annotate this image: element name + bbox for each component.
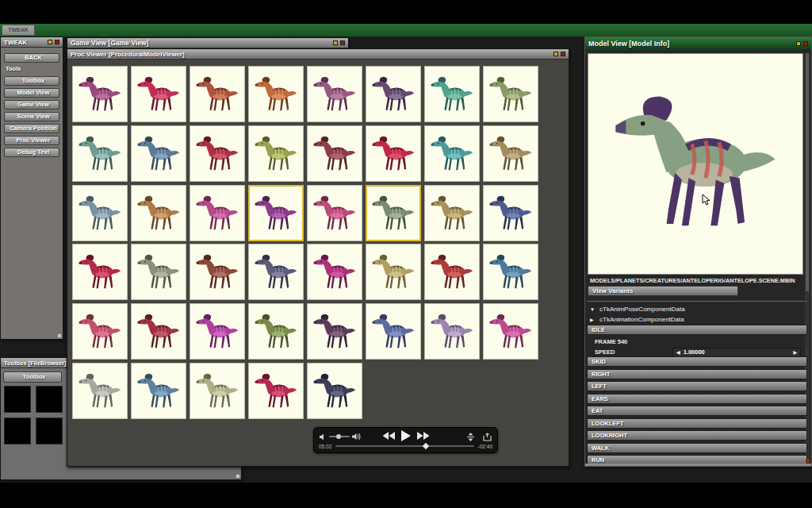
model-view-titlebar[interactable]: Model View [Model Info] [585, 37, 811, 50]
creature-cell-r1c6[interactable] [366, 66, 421, 122]
creature-cell-r4c3[interactable] [190, 244, 245, 300]
minimize-icon[interactable] [553, 52, 558, 56]
sidebar-item-debug-text[interactable]: Debug Text [4, 148, 59, 157]
scrollbar-thumb[interactable] [806, 53, 809, 291]
creature-cell-r6c3[interactable] [190, 363, 245, 419]
minimize-icon[interactable] [48, 40, 52, 44]
creature-cell-r3c3[interactable] [190, 185, 245, 241]
creature-cell-r2c1[interactable] [72, 125, 128, 182]
animation-ears-bar[interactable]: EARS [587, 394, 807, 404]
creature-cell-r5c2[interactable] [131, 303, 186, 360]
model-view-panel: Model View [Model Info] MODELS/PLANETS/C… [584, 37, 812, 467]
increment-icon[interactable]: ▶ [790, 349, 800, 355]
animation-idle-bar[interactable]: IDLE [587, 325, 807, 335]
rewind-icon[interactable] [382, 432, 395, 440]
resize-grip[interactable] [236, 475, 239, 478]
animation-lookleft-bar[interactable]: LOOKLEFT [587, 418, 807, 429]
file-thumbnail[interactable] [4, 386, 31, 413]
creature-cell-r5c6[interactable] [366, 303, 421, 360]
creature-cell-r6c5[interactable] [307, 363, 362, 419]
close-icon[interactable] [55, 40, 59, 44]
creature-cell-r3c8[interactable] [483, 185, 538, 241]
creature-cell-r6c2[interactable] [131, 363, 186, 419]
creature-cell-r2c7[interactable] [424, 125, 480, 182]
proc-viewer-titlebar[interactable]: Proc Viewer [ProceduralModelViewer] [67, 49, 569, 60]
creature-cell-r6c1[interactable] [72, 363, 128, 419]
component-ctkanimationcomponentdata[interactable]: ▶cTkAnimationComponentData [590, 314, 806, 325]
creature-cell-r5c1[interactable] [72, 303, 128, 360]
creature-cell-r2c6[interactable] [366, 125, 421, 182]
seek-thumb[interactable] [422, 442, 428, 448]
animation-lookright-bar[interactable]: LOOKRIGHT [587, 430, 807, 441]
animation-walk-bar[interactable]: WALK [587, 443, 807, 453]
sidebar-item-model-view[interactable]: Model View [4, 88, 59, 98]
minimize-icon[interactable] [333, 40, 338, 45]
creature-cell-r4c7[interactable] [424, 244, 480, 300]
game-view-titlebar[interactable]: Game View [Game View] [67, 38, 348, 48]
sidebar-item-toolbox[interactable]: Toolbox [4, 76, 59, 86]
animation-eat-bar[interactable]: EAT [587, 406, 807, 416]
creature-cell-r3c5[interactable] [307, 185, 362, 241]
creature-cell-r5c4[interactable] [248, 303, 304, 360]
file-thumbnail[interactable] [4, 418, 31, 444]
minimize-icon[interactable] [796, 41, 801, 46]
creature-cell-r3c4[interactable] [248, 185, 304, 241]
resize-grip[interactable] [58, 334, 61, 337]
toolbox-button[interactable]: Toolbox [3, 371, 62, 383]
creature-cell-r2c8[interactable] [483, 125, 538, 182]
component-list: ▼cTkAnimPoseComponentData▶cTkAnimationCo… [590, 304, 806, 325]
creature-cell-r2c2[interactable] [131, 125, 186, 182]
sidebar-item-game-view[interactable]: Game View [4, 100, 59, 110]
resize-grip[interactable] [806, 459, 810, 463]
model-3d-viewport[interactable] [588, 53, 803, 275]
creature-cell-r5c8[interactable] [483, 303, 538, 360]
creature-cell-r3c1[interactable] [72, 185, 128, 241]
chevron-down-icon[interactable]: ▼ [590, 307, 596, 312]
creature-cell-r4c2[interactable] [131, 244, 186, 300]
creature-cell-r1c7[interactable] [424, 66, 480, 122]
creature-cell-r1c8[interactable] [483, 66, 538, 122]
creature-cell-r4c5[interactable] [307, 244, 362, 300]
creature-cell-r3c6[interactable] [366, 185, 421, 241]
creature-cell-r4c4[interactable] [248, 244, 304, 300]
creature-cell-r4c6[interactable] [366, 244, 421, 300]
chevron-right-icon[interactable]: ▶ [590, 317, 596, 322]
creature-cell-r1c3[interactable] [190, 66, 245, 122]
close-icon[interactable] [803, 41, 808, 46]
creature-cell-r1c1[interactable] [72, 66, 128, 122]
seek-bar[interactable] [335, 445, 473, 447]
creature-cell-r1c5[interactable] [307, 66, 362, 122]
animation-left-bar[interactable]: LEFT [587, 381, 807, 391]
sidebar-item-back[interactable]: BACK [4, 53, 59, 63]
creature-cell-r3c2[interactable] [131, 185, 186, 241]
creature-cell-r5c3[interactable] [190, 303, 245, 360]
component-ctkanimposecomponentdata[interactable]: ▼cTkAnimPoseComponentData [590, 304, 806, 314]
creature-cell-r1c4[interactable] [248, 66, 304, 122]
play-icon[interactable] [401, 430, 411, 441]
creature-cell-r2c5[interactable] [307, 125, 362, 182]
animation-right-bar[interactable]: RIGHT [587, 369, 807, 379]
creature-cell-r5c5[interactable] [307, 303, 362, 360]
speed-spinner[interactable]: ◀ 1.00000 ▶ [672, 348, 801, 357]
creature-cell-r5c7[interactable] [424, 303, 480, 360]
creature-cell-r3c7[interactable] [424, 185, 480, 241]
tweak-mode-tab[interactable]: TWEAK [2, 25, 35, 36]
file-thumbnail[interactable] [36, 386, 63, 413]
sidebar-item-proc-viewer[interactable]: Proc Viewer [4, 136, 59, 145]
file-thumbnail[interactable] [36, 418, 63, 444]
sidebar-item-scene-view[interactable]: Scene View [4, 112, 59, 121]
creature-cell-r4c1[interactable] [72, 244, 128, 300]
creature-cell-r1c2[interactable] [131, 66, 186, 122]
creature-cell-r2c4[interactable] [248, 125, 304, 182]
sidebar-item-camera-position[interactable]: Camera Position [4, 124, 59, 133]
fast-forward-icon[interactable] [417, 432, 430, 440]
animation-skid-bar[interactable]: SKID [587, 356, 807, 367]
creature-cell-r4c8[interactable] [483, 244, 538, 300]
close-icon[interactable] [561, 52, 565, 56]
decrement-icon[interactable]: ◀ [673, 349, 684, 355]
creature-cell-r2c3[interactable] [190, 125, 245, 182]
close-icon[interactable] [340, 40, 345, 45]
view-variants-button[interactable]: View Variants [588, 286, 738, 296]
creature-cell-r6c4[interactable] [248, 363, 304, 419]
tweak-titlebar[interactable]: TWEAK [1, 37, 63, 48]
